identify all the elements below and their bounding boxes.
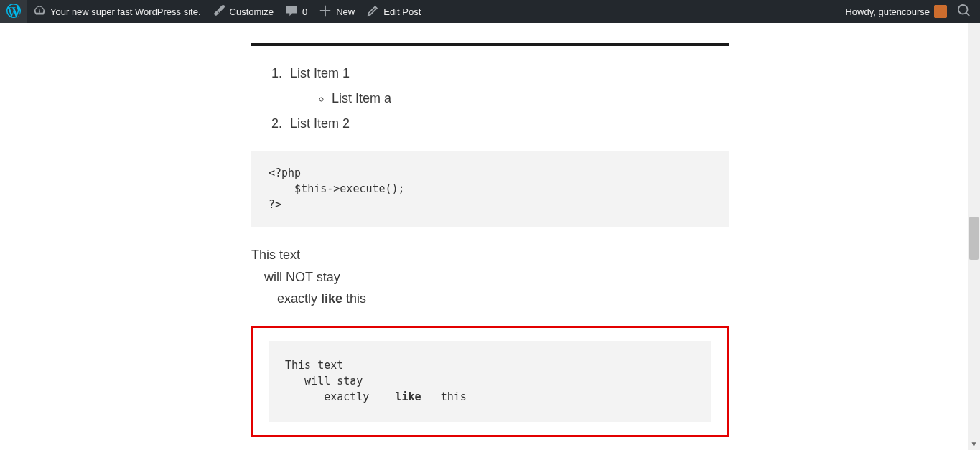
list-item: List Item a	[332, 91, 729, 106]
scroll-track[interactable]	[968, 12, 980, 438]
customize-label: Customize	[230, 6, 274, 17]
list-item-text: List Item 2	[290, 116, 350, 131]
paragraph-block: This text will NOT stay exactly like thi…	[251, 244, 729, 310]
annotation-highlight: This text will stay exactly like this	[251, 326, 729, 437]
search-menu[interactable]	[953, 0, 976, 23]
comment-icon	[285, 4, 298, 19]
scroll-thumb[interactable]	[969, 217, 979, 260]
scroll-down-button[interactable]: ▼	[968, 438, 980, 450]
list-item: List Item 1 List Item a	[286, 66, 729, 106]
search-icon	[958, 4, 971, 19]
post-content: List Item 1 List Item a List Item 2 <?ph…	[251, 23, 729, 450]
comments-count: 0	[302, 6, 307, 17]
list-item-text: List Item a	[332, 91, 391, 106]
howdy-label: Howdy, gutencourse	[845, 6, 930, 17]
ordered-list: List Item 1 List Item a List Item 2	[251, 66, 729, 131]
brush-icon	[213, 4, 225, 19]
admin-bar-left: Your new super fast WordPress site. Cust…	[0, 0, 839, 23]
wordpress-logo-icon	[6, 4, 21, 20]
plus-icon	[319, 4, 332, 19]
new-label: New	[336, 6, 355, 17]
edit-post-menu[interactable]: Edit Post	[360, 0, 426, 23]
list-item-text: List Item 1	[290, 66, 350, 80]
wp-logo-menu[interactable]	[0, 0, 27, 23]
vertical-scrollbar: ▲ ▼	[968, 0, 980, 450]
code-block: <?php $this->execute(); ?>	[251, 151, 729, 227]
wp-admin-bar: Your new super fast WordPress site. Cust…	[0, 0, 980, 23]
admin-bar-right: Howdy, gutencourse	[839, 0, 980, 23]
customize-menu[interactable]: Customize	[207, 0, 279, 23]
my-account-menu[interactable]: Howdy, gutencourse	[839, 0, 953, 23]
new-content-menu[interactable]: New	[313, 0, 360, 23]
pencil-icon	[366, 4, 379, 19]
page-body: List Item 1 List Item a List Item 2 <?ph…	[0, 0, 980, 450]
media-top-edge	[251, 43, 729, 46]
comments-menu[interactable]: 0	[279, 0, 313, 23]
user-avatar-icon	[934, 5, 947, 18]
preformatted-block: This text will stay exactly like this	[269, 341, 711, 422]
text-line: exactly like this	[251, 288, 729, 310]
text-line: This text	[251, 244, 729, 266]
list-item: List Item 2	[286, 116, 729, 131]
nested-unordered-list: List Item a	[290, 91, 729, 106]
edit-post-label: Edit Post	[383, 6, 421, 17]
site-name-menu[interactable]: Your new super fast WordPress site.	[27, 0, 207, 23]
dashboard-icon	[33, 4, 46, 19]
text-line: will NOT stay	[251, 266, 729, 289]
site-name-label: Your new super fast WordPress site.	[50, 6, 201, 17]
